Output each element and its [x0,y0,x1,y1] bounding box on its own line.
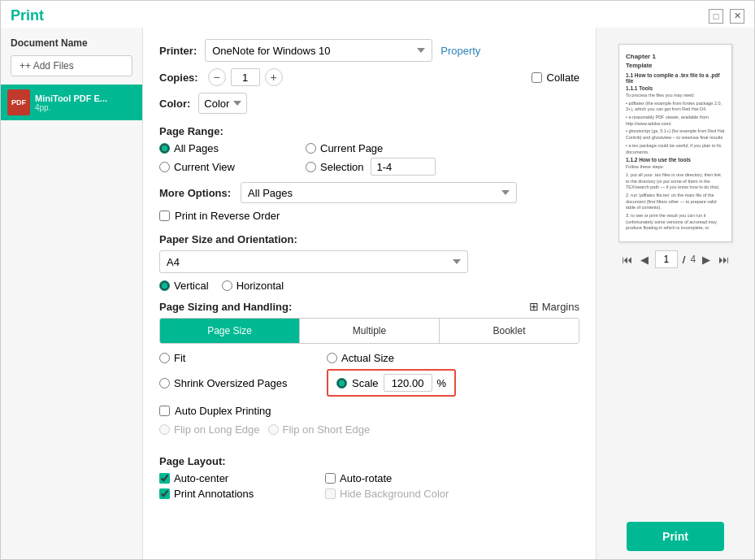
main-layout: Document Name + + Add Files PDF MiniTool… [1,28,754,559]
collate-checkbox[interactable] [532,72,542,83]
radio-selection-input[interactable] [306,162,316,172]
add-files-button[interactable]: + + Add Files [11,55,132,76]
radio-actual-size-input[interactable] [327,353,337,363]
radio-scale-label: Scale [352,377,379,389]
radio-current-view-label: Current View [174,161,235,173]
radio-all-pages: All Pages [159,142,306,154]
hide-bg-item: Hide Background Color [325,488,488,500]
preview-text2: Follow these steps: [626,164,725,171]
page-layout-header: Page Layout: [159,455,579,467]
printer-select[interactable]: OneNote for Windows 10 [205,39,432,62]
print-reverse-checkbox[interactable] [159,211,170,221]
file-pages: 4pp. [35,103,136,112]
radio-current-page-input[interactable] [306,143,316,154]
duplex-edge-row: Flip on Long Edge Flip on Short Edge [159,423,579,436]
close-button[interactable]: ✕ [730,9,744,24]
resize-icon: ⊞ [529,300,539,313]
duplex-row: Auto Duplex Printing [159,405,579,417]
duplex-section: Auto Duplex Printing Flip on Long Edge F… [159,405,579,441]
print-annotations-checkbox[interactable] [159,488,170,499]
copies-label: Copies: [159,72,198,84]
copies-input[interactable] [231,68,260,86]
preview-section1-2: 1.1.2 How to use the tools [626,157,725,163]
tab-page-size[interactable]: Page Size [160,319,300,343]
auto-center-item: Auto-center [159,472,322,484]
copies-minus-button[interactable]: − [208,68,226,86]
print-reverse-label: Print in Reverse Order [175,210,280,222]
page-total: 4 [690,254,696,265]
duplex-checkbox[interactable] [159,406,170,416]
preview-step1: 1. put all your .tex files in one direct… [626,172,725,191]
radio-selection-label: Selection [320,161,363,173]
page-number-input[interactable] [655,250,678,268]
page-range-group: All Pages Current Page Current View Sele… [159,142,579,176]
radio-short-edge-label: Flip on Short Edge [283,423,371,436]
preview-area: Chapter 1 Template 1.1 How to compile a … [596,28,754,559]
duplex-label: Auto Duplex Printing [175,405,271,417]
radio-long-edge-input [159,424,170,435]
radio-horizontal-input[interactable] [222,280,232,291]
preview-section1-1: 1.1.1 Tools [626,85,725,91]
radio-horizontal: Horizontal [222,280,284,292]
radio-scale-input[interactable] [336,378,347,389]
nav-next-button[interactable]: ▶ [701,252,712,267]
sidebar-file-item[interactable]: PDF MiniTool PDF E... 4pp. [1,85,142,120]
more-options-select[interactable]: All Pages [241,182,517,203]
scale-value-input[interactable] [384,374,432,392]
radio-current-view-input[interactable] [159,162,170,172]
preview-bullet1: • pdflatex (the example from fontex pack… [626,101,725,113]
file-info: MiniTool PDF E... 4pp. [35,93,136,112]
preview-bullet2: • a reasonably PDF viewer, available fro… [626,115,725,127]
radio-shrink-input[interactable] [159,378,170,389]
add-files-icon: + [20,60,25,72]
color-label: Color: [159,98,190,110]
radio-fit-label: Fit [174,352,185,364]
auto-rotate-item: Auto-rotate [325,472,488,484]
tab-booklet[interactable]: Booklet [440,319,579,343]
radio-fit: Fit [159,352,322,364]
printer-label: Printer: [159,45,197,57]
collate-label: Collate [547,72,579,84]
maximize-button[interactable]: □ [709,9,723,24]
radio-vertical-label: Vertical [174,280,209,292]
preview-text1: To process the files you may need: [626,93,725,99]
radio-fit-input[interactable] [159,353,170,363]
paper-size-select[interactable]: A4 [159,250,468,273]
margins-link[interactable]: ⊞ Margins [529,300,579,313]
sidebar: Document Name + + Add Files PDF MiniTool… [1,28,143,559]
page-sizing-label: Page Sizing and Handling: [159,301,292,313]
print-annotations-item: Print Annotations [159,488,322,500]
radio-current-page-label: Current Page [320,142,383,154]
preview-section1: 1.1 How to compile a .tex file to a .pdf… [626,72,725,84]
radio-actual-size: Actual Size [327,352,506,364]
orientation-row: Vertical Horizontal [159,280,579,292]
title-bar: Print □ ✕ [1,1,754,28]
nav-first-button[interactable]: ⏮ [620,252,634,267]
preview-bullet3: • ghostscript (gs, 5.1+) (for example fr… [626,128,725,141]
scale-unit-label: % [437,377,447,389]
auto-rotate-label: Auto-rotate [340,472,392,484]
printer-row: Printer: OneNote for Windows 10 Property [159,39,579,62]
radio-vertical-input[interactable] [159,280,170,291]
nav-last-button[interactable]: ⏭ [717,252,731,267]
preview-template: Template [626,62,725,69]
nav-prev-button[interactable]: ◀ [639,252,650,267]
preview-bullet4: • a tex package could be useful, if you … [626,143,725,155]
page-separator: / [683,254,686,266]
tab-multiple[interactable]: Multiple [300,319,440,343]
auto-rotate-checkbox[interactable] [325,473,336,484]
color-select[interactable]: Color [198,93,247,114]
radio-all-pages-input[interactable] [159,143,170,154]
auto-center-checkbox[interactable] [159,473,170,484]
tab-row: Page Size Multiple Booklet [159,318,579,344]
radio-current-page: Current Page [306,142,468,154]
print-button[interactable]: Print [627,522,724,551]
range-value-input[interactable] [371,158,436,176]
copies-plus-button[interactable]: + [265,68,283,86]
paper-size-label: Paper Size and Orientation: [159,233,579,245]
radio-long-edge: Flip on Long Edge [159,423,260,436]
auto-center-label: Auto-center [174,472,228,484]
window-controls: □ ✕ [709,9,744,24]
radio-short-edge: Flip on Short Edge [268,423,371,436]
property-button[interactable]: Property [436,45,485,57]
